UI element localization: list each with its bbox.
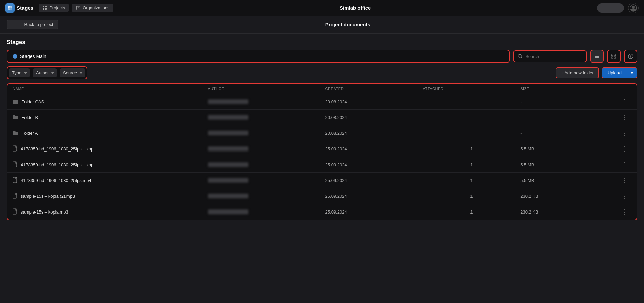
more-options-btn[interactable]: ⋮ bbox=[620, 207, 630, 216]
table-row[interactable]: 4178359-hd_1906_1080_25fps.mp4 25.09.202… bbox=[7, 173, 637, 188]
table-row[interactable]: Folder A 20.08.2024 - ⋮ bbox=[7, 125, 637, 141]
author-filter[interactable]: Author bbox=[33, 68, 57, 77]
app-logo[interactable]: Stages bbox=[5, 3, 33, 13]
organizations-nav-btn[interactable]: Organizations bbox=[72, 4, 113, 12]
projects-label: Projects bbox=[49, 5, 65, 10]
cell-size: 230.2 KB bbox=[520, 209, 618, 215]
svg-rect-27 bbox=[13, 209, 17, 214]
svg-rect-23 bbox=[13, 146, 17, 151]
author-blurred bbox=[208, 146, 248, 151]
file-name: 4178359-hd_1906_1080_25fps.mp4 bbox=[21, 178, 91, 183]
folder-icon bbox=[13, 98, 19, 104]
page-title: Project documents bbox=[58, 22, 637, 27]
table-body: Folder CAS 20.08.2024 - ⋮ Folder B 20.08… bbox=[7, 94, 637, 220]
subheader: ← ← Back to project Project documents bbox=[0, 16, 644, 34]
add-folder-label: + Add new folder bbox=[561, 70, 594, 75]
file-icon bbox=[13, 208, 18, 216]
svg-rect-24 bbox=[13, 162, 17, 167]
projects-nav-btn[interactable]: Projects bbox=[39, 4, 69, 12]
more-options-btn[interactable]: ⋮ bbox=[620, 97, 630, 106]
more-options-btn[interactable]: ⋮ bbox=[620, 113, 630, 122]
more-options-btn[interactable]: ⋮ bbox=[620, 160, 630, 169]
cell-size: 5.5 MB bbox=[520, 178, 618, 183]
cell-attached: 1 bbox=[423, 162, 520, 167]
svg-rect-0 bbox=[8, 6, 10, 8]
info-icon bbox=[628, 54, 633, 59]
cell-author bbox=[208, 131, 325, 135]
svg-rect-5 bbox=[45, 6, 47, 7]
file-icon bbox=[13, 193, 18, 200]
table-header: NAME AUTHOR CREATED ATTACHED SIZE bbox=[7, 84, 637, 94]
file-name: sample-15s – kopia.mp3 bbox=[21, 209, 68, 215]
upload-dropdown-btn[interactable]: ▼ bbox=[627, 68, 637, 78]
cell-created: 25.09.2024 bbox=[325, 178, 423, 183]
cell-attached: 1 bbox=[423, 209, 520, 215]
svg-rect-1 bbox=[10, 6, 12, 8]
cell-author bbox=[208, 178, 325, 183]
file-name: 4178359-hd_1906_1080_25fps – kopi… bbox=[21, 162, 99, 167]
svg-rect-26 bbox=[13, 193, 17, 198]
more-options-btn[interactable]: ⋮ bbox=[620, 144, 630, 153]
upload-label: Upload bbox=[608, 70, 622, 75]
cell-size: 230.2 KB bbox=[520, 194, 618, 199]
cell-attached: 1 bbox=[423, 178, 520, 183]
upload-arrow-icon: ▼ bbox=[630, 71, 634, 75]
author-blurred bbox=[208, 115, 248, 120]
cell-name: Folder B bbox=[13, 114, 208, 121]
info-btn[interactable] bbox=[624, 50, 637, 63]
folder-icon bbox=[13, 98, 19, 105]
col-author: AUTHOR bbox=[208, 87, 325, 91]
more-options-btn[interactable]: ⋮ bbox=[620, 192, 630, 200]
add-folder-btn[interactable]: + Add new folder bbox=[556, 67, 599, 78]
cell-created: 25.09.2024 bbox=[325, 146, 423, 152]
avatar[interactable] bbox=[628, 3, 639, 13]
file-table: NAME AUTHOR CREATED ATTACHED SIZE Folder… bbox=[7, 83, 637, 220]
cell-author bbox=[208, 146, 325, 151]
cell-actions: ⋮ bbox=[618, 192, 631, 200]
grid-view-btn[interactable] bbox=[607, 50, 621, 63]
type-filter[interactable]: Type bbox=[9, 68, 30, 77]
grid-view-icon bbox=[611, 54, 616, 59]
more-options-btn[interactable]: ⋮ bbox=[620, 176, 630, 185]
more-options-btn[interactable]: ⋮ bbox=[620, 129, 630, 137]
workspace-title: Simlab office bbox=[116, 5, 594, 11]
main-content: Stages Stages Main bbox=[0, 34, 644, 226]
cell-name: sample-15s – kopia.mp3 bbox=[13, 208, 208, 216]
table-row[interactable]: 4178359-hd_1906_1080_25fps – kopi… 25.09… bbox=[7, 141, 637, 157]
svg-rect-16 bbox=[611, 54, 613, 56]
file-icon bbox=[13, 145, 18, 152]
cell-author bbox=[208, 209, 325, 214]
table-row[interactable]: 4178359-hd_1906_1080_25fps – kopi… 25.09… bbox=[7, 157, 637, 173]
source-filter[interactable]: Source bbox=[60, 68, 85, 77]
table-row[interactable]: Folder B 20.08.2024 - ⋮ bbox=[7, 110, 637, 125]
back-to-project-btn[interactable]: ← ← Back to project bbox=[7, 20, 58, 29]
list-view-icon bbox=[594, 54, 600, 59]
table-row[interactable]: sample-15s – kopia.mp3 25.09.2024 1 230.… bbox=[7, 204, 637, 220]
table-row[interactable]: sample-15s – kopia (2).mp3 25.09.2024 1 … bbox=[7, 188, 637, 204]
cell-size: 5.5 MB bbox=[520, 146, 618, 152]
cell-size: - bbox=[520, 115, 618, 120]
svg-point-22 bbox=[630, 55, 631, 56]
cell-size: - bbox=[520, 131, 618, 136]
grid-icon bbox=[43, 6, 47, 10]
search-input[interactable] bbox=[525, 54, 582, 59]
folder-icon bbox=[13, 114, 19, 121]
file-name: 4178359-hd_1906_1080_25fps – kopi… bbox=[21, 146, 99, 152]
cell-created: 25.09.2024 bbox=[325, 209, 423, 215]
cell-actions: ⋮ bbox=[618, 207, 631, 216]
col-attached: ATTACHED bbox=[423, 87, 520, 91]
folder-selector[interactable]: Stages Main bbox=[7, 50, 510, 63]
toolbar-row2: Type Author Source + Add new folder Uplo… bbox=[7, 66, 637, 79]
author-blurred bbox=[208, 131, 248, 135]
user-pill[interactable] bbox=[597, 3, 624, 13]
list-view-btn[interactable] bbox=[590, 50, 604, 63]
folder-dot bbox=[13, 54, 17, 59]
svg-rect-4 bbox=[43, 6, 44, 7]
nav-right bbox=[597, 3, 639, 13]
cell-created: 25.09.2024 bbox=[325, 194, 423, 199]
upload-btn[interactable]: Upload bbox=[602, 68, 627, 78]
file-icon bbox=[13, 161, 18, 168]
svg-rect-2 bbox=[8, 8, 10, 10]
table-row[interactable]: Folder CAS 20.08.2024 - ⋮ bbox=[7, 94, 637, 110]
organizations-label: Organizations bbox=[83, 5, 109, 10]
